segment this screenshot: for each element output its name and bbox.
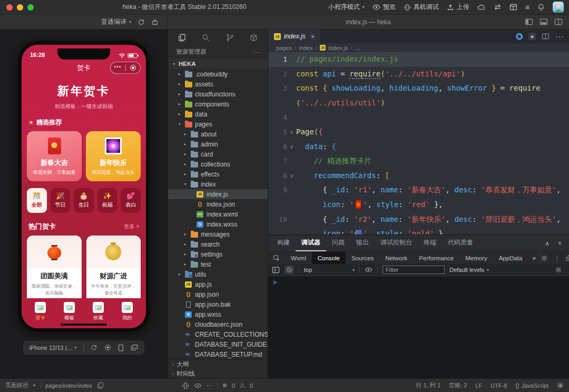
phone-simulator[interactable]: 16:28 贺卡 ••• <box>18 41 150 332</box>
file-tree-row[interactable]: M↓ CREATE_COLLECTIONS_... <box>168 329 268 339</box>
debugger-tab[interactable]: 问题 <box>326 235 350 251</box>
more-link[interactable]: 更多 > <box>124 223 139 230</box>
more-tabs-icon[interactable]: » <box>528 252 540 264</box>
devtools-tab[interactable]: AppData <box>493 252 528 264</box>
eye-icon[interactable] <box>194 383 202 389</box>
breadcrumb-index[interactable]: index <box>299 45 312 51</box>
close-tab-icon[interactable]: × <box>311 33 315 41</box>
file-tree-row[interactable]: {} cloudbaserc.json <box>168 319 268 329</box>
devtools-tab[interactable]: Sources <box>346 252 379 264</box>
breadcrumb-symbol[interactable]: ... <box>355 45 360 51</box>
tab-bar-item[interactable]: 贺卡 <box>35 302 46 328</box>
file-tree-row[interactable]: pages <box>168 119 268 129</box>
clear-console-icon[interactable] <box>284 266 294 274</box>
copy-icon[interactable] <box>97 382 104 389</box>
project-root-row[interactable]: HEKA <box>168 58 268 69</box>
maximize-window-button[interactable] <box>27 4 34 11</box>
debugger-tab[interactable]: 代码质量 <box>442 235 479 251</box>
search-icon[interactable] <box>202 34 210 42</box>
encoding[interactable]: UTF-8 <box>490 383 507 389</box>
file-tree-row[interactable]: data <box>168 109 268 119</box>
file-tree-row[interactable]: JS app.js <box>168 279 268 289</box>
file-tree-row[interactable]: messages <box>168 229 268 239</box>
file-tree-row[interactable]: {} app.json <box>168 289 268 299</box>
upload-button[interactable]: 上传 <box>447 3 469 12</box>
refresh-icon[interactable] <box>91 344 97 351</box>
minimize-window-button[interactable] <box>17 4 23 11</box>
indentation[interactable]: 空格: 2 <box>449 381 467 389</box>
phone-frame-icon[interactable] <box>118 344 124 351</box>
file-tree-row[interactable]: admin <box>168 139 268 149</box>
file-tree-row[interactable]: {} index.json <box>168 199 268 209</box>
file-tree-row[interactable]: S index.wxss <box>168 219 268 229</box>
context-selector[interactable]: top ▾ <box>304 267 355 273</box>
cursor-position[interactable]: 行 1, 列 1 <box>416 381 440 389</box>
breadcrumb-pages[interactable]: pages <box>276 45 292 51</box>
devtools-tab[interactable]: Console <box>312 252 346 264</box>
file-tree-row[interactable]: app.json.bak <box>168 299 268 309</box>
problems-indicator[interactable]: ⊗ 0 ⚠ 0 <box>222 382 253 389</box>
more-icon[interactable]: ⋯ <box>207 382 212 389</box>
close-window-button[interactable] <box>6 4 13 11</box>
close-minimize-icon[interactable] <box>126 65 141 71</box>
more-actions-icon[interactable]: ⋯ <box>555 32 564 42</box>
page-path-selector[interactable]: 页面路径 ▾ <box>5 381 35 389</box>
user-avatar[interactable] <box>553 2 564 13</box>
devtools-tab[interactable]: Wxml <box>285 252 312 264</box>
debugger-tab[interactable]: 终端 <box>418 235 442 251</box>
git-branch-icon[interactable] <box>226 34 234 42</box>
file-tree-row[interactable]: settings <box>168 249 268 259</box>
file-tree-row[interactable]: JS index.js <box>168 189 268 199</box>
category-chip[interactable]: ✨ 祝福 <box>97 188 117 213</box>
console-output[interactable]: > <box>268 276 569 378</box>
transfer-icon[interactable] <box>494 4 502 11</box>
layout-grid-icon[interactable] <box>509 4 517 11</box>
file-tree-row[interactable]: collections <box>168 159 268 169</box>
panel-left-icon[interactable] <box>525 18 533 25</box>
file-tree-row[interactable]: search <box>168 239 268 249</box>
file-tree-row[interactable]: cloudfunctions <box>168 89 268 99</box>
gear-icon[interactable] <box>541 254 548 262</box>
breadcrumb-file[interactable]: index.js <box>328 45 348 51</box>
timeline-section[interactable]: › 时间线 <box>168 369 268 378</box>
file-tree-row[interactable]: M↓ DATABASE_SETUP.md <box>168 349 268 359</box>
undock-icon[interactable] <box>566 254 569 261</box>
devtools-tab[interactable]: Performance <box>413 252 459 264</box>
category-chip[interactable]: 🎂 生日 <box>74 188 94 213</box>
debugger-tab[interactable]: 调试控制台 <box>375 235 418 251</box>
file-tree-row[interactable]: card <box>168 149 268 159</box>
outline-section[interactable]: › 大纲 <box>168 359 268 369</box>
collapse-panel-icon[interactable]: ∧ <box>545 240 550 247</box>
file-tree-row[interactable]: .codebuddy <box>168 69 268 79</box>
eye-icon[interactable] <box>365 267 372 273</box>
close-panel-icon[interactable]: × <box>558 240 562 247</box>
file-tree-row[interactable]: utils <box>168 269 268 279</box>
devtools-tab[interactable]: Memory <box>459 252 493 264</box>
mini-program-mode-dropdown[interactable]: 小程序模式▾ <box>328 3 365 12</box>
code-editor[interactable]: 1// pages/index/index.js2const api = req… <box>268 52 569 234</box>
category-chip[interactable]: 🎉 节日 <box>51 188 71 213</box>
package-icon[interactable] <box>250 34 258 42</box>
file-tree-row[interactable]: <> index.wxml <box>168 209 268 219</box>
file-tree-row[interactable]: S app.wxss <box>168 309 268 319</box>
kebab-menu-icon[interactable]: ⋮ <box>554 254 560 262</box>
file-tree-row[interactable]: test <box>168 259 268 269</box>
cloud-icon[interactable] <box>477 4 486 11</box>
log-levels-dropdown[interactable]: Default levels ▾ <box>449 267 489 273</box>
panel-bottom-icon[interactable] <box>539 18 548 25</box>
vibrate-debug-icon[interactable] <box>182 382 189 389</box>
language-mode[interactable]: {} JavaScript <box>515 383 548 389</box>
tab-bar-item[interactable]: 我的 <box>122 302 133 328</box>
remote-debug-button[interactable]: 真机调试 <box>404 3 439 12</box>
more-options-icon[interactable]: ••• <box>111 65 125 71</box>
debugger-tab[interactable]: 调试器 <box>296 235 326 251</box>
debugger-tab[interactable]: 构建 <box>271 235 296 251</box>
record-icon[interactable] <box>104 344 111 351</box>
device-selector[interactable]: iPhone 12/13 (...▾ <box>30 345 77 351</box>
menu-icon[interactable]: ≡ <box>525 4 529 11</box>
console-settings-icon[interactable] <box>555 266 565 273</box>
inspect-element-icon[interactable] <box>268 252 285 264</box>
eol-type[interactable]: LF <box>475 383 482 389</box>
recommend-card[interactable]: 新春大吉 恭喜发财，万事如意 <box>27 131 82 181</box>
recommend-card[interactable]: 新年快乐 辞旧迎新，鸿运当头 <box>86 131 141 181</box>
